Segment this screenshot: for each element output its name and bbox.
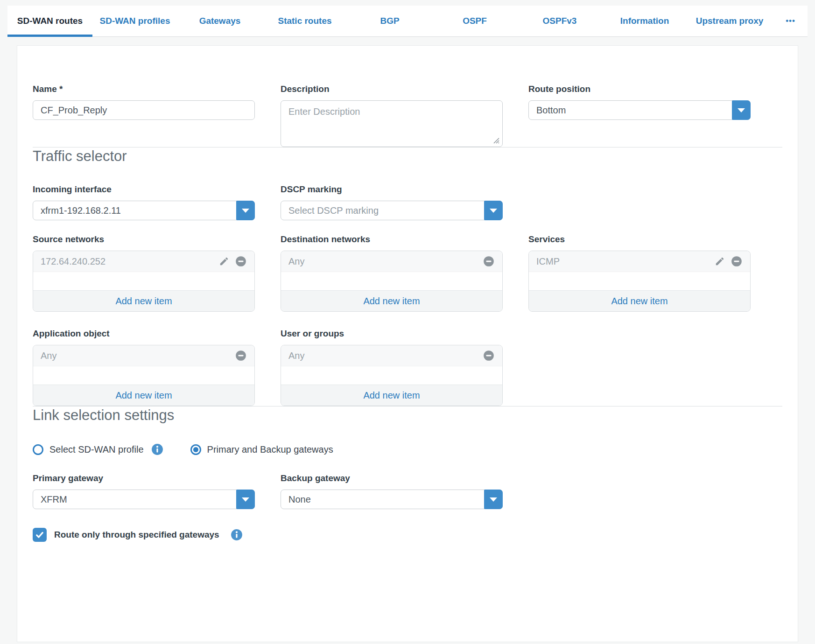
primary-gateway-label: Primary gateway [33,473,255,483]
backup-gateway-value: None [288,494,311,505]
backup-gateway-label: Backup gateway [281,473,503,483]
primary-gateway-value: XFRM [41,494,67,505]
source-networks-box: 172.64.240.252Add new item [33,251,255,312]
dropdown-caret-button[interactable] [484,201,503,220]
route-position-value: Bottom [536,105,566,116]
add-new-item-button[interactable]: Add new item [281,385,502,406]
networks-row: Source networks 172.64.240.252Add new it… [33,234,782,312]
remove-item-icon[interactable] [235,255,247,267]
name-input[interactable] [33,100,255,120]
sdwan-route-form: Name * Description Route position Bottom… [17,45,798,642]
add-new-item-button[interactable]: Add new item [33,385,254,406]
tab-bar: SD-WAN routesSD-WAN profilesGatewaysStat… [7,6,808,37]
route-position-field-group: Route position Bottom [528,84,751,120]
check-icon [35,530,44,539]
services-group: Services ICMPAdd new item [528,234,751,312]
remove-item-icon[interactable] [483,350,495,362]
dscp-marking-select[interactable]: Select DSCP marking [281,201,503,220]
user-or-groups-label: User or groups [281,329,503,339]
edit-icon[interactable] [219,256,229,266]
incoming-interface-label: Incoming interface [33,184,255,195]
list-item-text: Any [41,350,56,361]
backup-gateway-select[interactable]: None [281,490,503,509]
destination-networks-group: Destination networks AnyAdd new item [281,234,503,312]
radio-label-primary-backup: Primary and Backup gateways [207,444,333,455]
list-item-text: ICMP [536,256,560,267]
tab-sd-wan-profiles[interactable]: SD-WAN profiles [92,6,177,36]
traffic-selector-heading: Traffic selector [33,147,782,165]
more-tabs-button[interactable]: ••• [773,6,808,36]
list-item-text: Any [288,256,304,267]
destination-networks-box: AnyAdd new item [281,251,503,312]
info-icon[interactable] [151,443,163,455]
tab-sd-wan-routes[interactable]: SD-WAN routes [7,6,92,36]
dscp-marking-placeholder: Select DSCP marking [288,205,379,216]
tab-gateways[interactable]: Gateways [177,6,262,36]
application-object-group: Application object AnyAdd new item [33,329,255,406]
remove-item-icon[interactable] [483,255,495,267]
add-new-item-button[interactable]: Add new item [281,290,502,311]
route-position-select[interactable]: Bottom [528,100,751,120]
chevron-down-icon [242,497,249,502]
info-icon[interactable] [231,529,243,541]
interface-row: Incoming interface xfrm1-192.168.2.11 DS… [33,184,782,220]
tab-upstream-proxy[interactable]: Upstream proxy [687,6,772,36]
destination-networks-label: Destination networks [281,234,503,245]
chevron-down-icon [738,108,745,112]
application-object-label: Application object [33,329,255,339]
incoming-interface-value: xfrm1-192.168.2.11 [41,205,121,216]
list-item: ICMP [529,251,750,272]
user-or-groups-box: AnyAdd new item [281,345,503,406]
primary-gateway-select[interactable]: XFRM [33,490,255,509]
route-position-label: Route position [528,84,751,94]
list-item: Any [281,251,502,272]
route-only-checkbox[interactable] [33,528,47,542]
tab-bgp[interactable]: BGP [347,6,432,36]
remove-item-icon[interactable] [731,255,743,267]
add-new-item-button[interactable]: Add new item [529,290,750,311]
route-only-label: Route only through specified gateways [54,530,219,540]
name-label: Name * [33,84,255,94]
source-networks-group: Source networks 172.64.240.252Add new it… [33,234,255,312]
list-item: Any [33,345,254,366]
remove-item-icon[interactable] [235,350,247,362]
chevron-down-icon [242,209,249,213]
list-item-text: Any [288,350,304,361]
radio-label-sdwan-profile: Select SD-WAN profile [49,444,144,455]
services-label: Services [528,234,751,245]
dropdown-caret-button[interactable] [236,490,255,509]
link-selection-heading: Link selection settings [33,406,782,424]
tab-static-routes[interactable]: Static routes [262,6,347,36]
incoming-interface-select[interactable]: xfrm1-192.168.2.11 [33,201,255,220]
user-or-groups-group: User or groups AnyAdd new item [281,329,503,406]
add-new-item-button[interactable]: Add new item [33,290,254,311]
tab-ospf[interactable]: OSPF [432,6,517,36]
radio-select-sdwan-profile[interactable] [33,444,43,455]
services-box: ICMPAdd new item [528,251,751,312]
dropdown-caret-button[interactable] [236,201,255,220]
gateways-row: Primary gateway XFRM Backup gateway None [33,473,782,509]
radio-primary-backup-gateways[interactable] [190,444,201,455]
description-label: Description [281,84,503,94]
application-object-box: AnyAdd new item [33,345,255,406]
general-row: Name * Description Route position Bottom [33,84,782,147]
dropdown-caret-button[interactable] [732,100,751,120]
description-textarea[interactable] [281,100,503,147]
list-item: Any [281,345,502,366]
link-selection-radio-group: Select SD-WAN profile Primary and Backup… [33,443,782,455]
list-item-text: 172.64.240.252 [41,256,105,267]
source-networks-label: Source networks [33,234,255,245]
chevron-down-icon [490,497,497,502]
list-item: 172.64.240.252 [33,251,254,272]
description-field-group: Description [281,84,503,147]
incoming-interface-group: Incoming interface xfrm1-192.168.2.11 [33,184,255,220]
backup-gateway-group: Backup gateway None [281,473,503,509]
chevron-down-icon [490,209,497,213]
dscp-marking-group: DSCP marking Select DSCP marking [281,184,503,220]
dropdown-caret-button[interactable] [484,490,503,509]
tab-ospfv3[interactable]: OSPFv3 [517,6,602,36]
tab-list: SD-WAN routesSD-WAN profilesGatewaysStat… [7,6,772,36]
tab-information[interactable]: Information [602,6,687,36]
edit-icon[interactable] [715,256,725,266]
app-user-row: Application object AnyAdd new item User … [33,329,782,406]
